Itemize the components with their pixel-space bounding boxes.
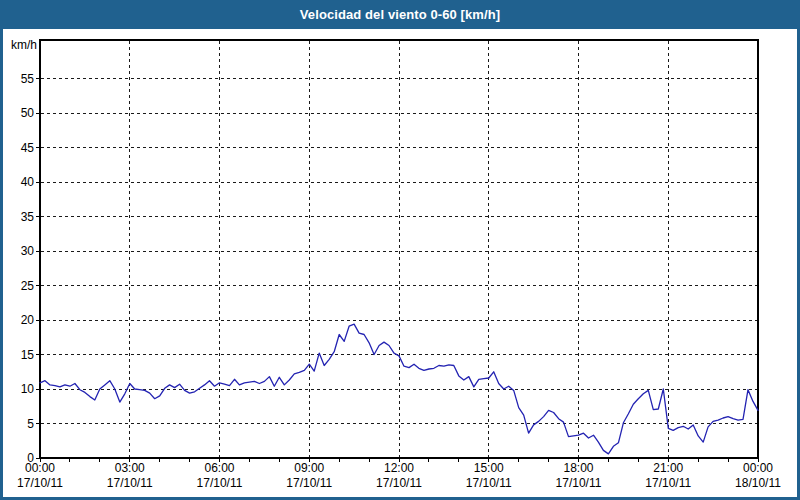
y-tick-label: 50 — [21, 106, 35, 120]
x-tick-time-label: 00:00 — [743, 461, 773, 475]
x-tick-date-label: 17/10/11 — [107, 476, 153, 490]
wind-speed-chart: 0510152025303540455055km/h00:0017/10/110… — [0, 0, 800, 500]
x-tick-date-label: 17/10/11 — [466, 476, 512, 490]
x-tick-date-label: 17/10/11 — [645, 476, 691, 490]
x-tick-time-label: 06:00 — [204, 461, 234, 475]
x-tick-date-label: 17/10/11 — [376, 476, 422, 490]
y-tick-label: 25 — [21, 279, 35, 293]
chart-title: Velocidad del viento 0-60 [km/h] — [300, 7, 500, 22]
y-tick-label: 40 — [21, 175, 35, 189]
x-tick-time-label: 15:00 — [474, 461, 504, 475]
x-tick-time-label: 03:00 — [115, 461, 145, 475]
y-tick-label: 5 — [27, 417, 34, 431]
y-tick-label: 55 — [21, 72, 35, 86]
chart-title-bar: Velocidad del viento 0-60 [km/h] — [0, 0, 800, 29]
y-tick-label: 30 — [21, 244, 35, 258]
x-tick-date-label: 17/10/11 — [197, 476, 243, 490]
x-tick-time-label: 18:00 — [563, 461, 593, 475]
x-tick-time-label: 09:00 — [294, 461, 324, 475]
y-tick-label: 20 — [21, 313, 35, 327]
x-tick-time-label: 21:00 — [653, 461, 683, 475]
x-tick-date-label: 18/10/11 — [735, 476, 781, 490]
y-tick-label: 35 — [21, 210, 35, 224]
wind-speed-chart-widget: 0510152025303540455055km/h00:0017/10/110… — [0, 0, 800, 500]
x-tick-time-label: 12:00 — [384, 461, 414, 475]
x-tick-date-label: 17/10/11 — [556, 476, 602, 490]
x-tick-time-label: 00:00 — [25, 461, 55, 475]
y-tick-label: 10 — [21, 382, 35, 396]
y-tick-label: 15 — [21, 348, 35, 362]
x-tick-date-label: 17/10/11 — [286, 476, 332, 490]
y-axis-unit-label: km/h — [11, 38, 37, 52]
x-tick-date-label: 17/10/11 — [17, 476, 63, 490]
y-tick-label: 45 — [21, 141, 35, 155]
